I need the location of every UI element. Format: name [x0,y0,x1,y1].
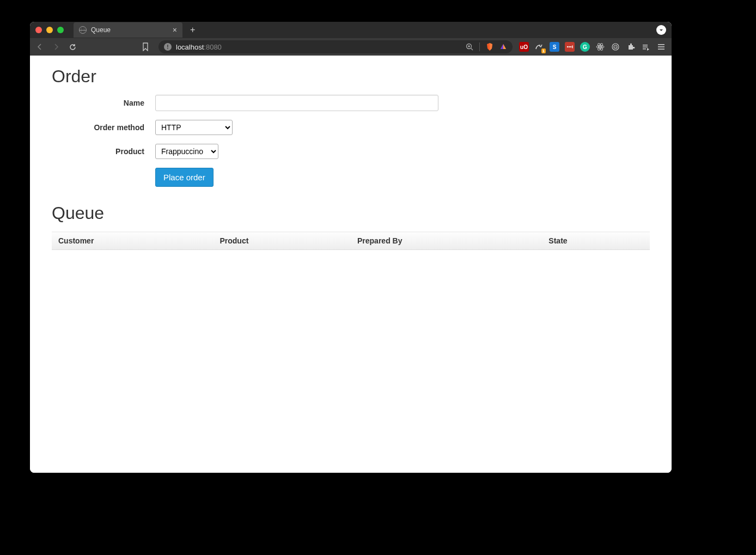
new-tab-button[interactable]: + [190,25,195,35]
url-host: localhost [176,43,204,51]
window-maximize-button[interactable] [57,27,64,33]
extensions-puzzle-icon[interactable] [626,42,636,52]
browser-tab[interactable]: Queue × [74,22,182,38]
extension-honey-icon[interactable]: 1 [534,42,544,52]
order-method-select[interactable]: HTTP [155,120,233,135]
browser-toolbar: ! localhost:8080 uO 1 [30,38,672,56]
svg-point-14 [615,46,616,47]
col-state: State [542,232,650,250]
product-select[interactable]: Frappuccino [155,144,218,159]
site-info-icon[interactable]: ! [164,43,172,51]
col-product: Product [213,232,351,250]
queue-heading: Queue [52,203,650,223]
col-customer: Customer [52,232,213,250]
extension-badge: 1 [541,48,546,53]
order-method-label: Order method [52,123,155,132]
extension-target-icon[interactable] [611,42,620,52]
svg-rect-16 [643,47,648,48]
svg-point-5 [569,46,570,47]
svg-point-6 [570,46,571,47]
svg-point-4 [567,46,568,47]
place-order-button[interactable]: Place order [155,168,214,187]
extension-sapling-icon[interactable]: S [550,42,559,52]
product-label: Product [52,147,155,156]
page-content: Order Name Order method HTTP Product Fra… [30,56,672,473]
name-label: Name [52,99,155,107]
svg-rect-7 [572,46,572,48]
url-port: :8080 [204,43,222,51]
table-header-row: Customer Product Prepared By State [52,232,650,250]
name-input[interactable] [155,95,438,111]
tab-close-button[interactable]: × [173,26,177,34]
order-heading: Order [52,66,650,87]
svg-rect-17 [643,48,646,50]
zoom-icon[interactable] [466,43,474,51]
extension-lastpass-icon[interactable] [565,42,575,52]
browser-window: Queue × + ! [30,22,672,473]
window-controls [35,27,64,33]
nav-back-button[interactable] [35,42,44,51]
order-form: Name Order method HTTP Product Frappucci… [52,95,650,187]
globe-icon [79,26,87,34]
window-minimize-button[interactable] [46,27,53,33]
browser-menu-icon[interactable] [656,42,666,52]
col-prepared-by: Prepared By [351,232,542,250]
svg-rect-19 [658,46,664,47]
extension-react-devtools-icon[interactable] [595,42,605,52]
bookmark-icon[interactable] [141,42,150,51]
svg-point-8 [599,46,601,47]
svg-line-1 [471,48,473,50]
queue-table: Customer Product Prepared By State [52,231,650,250]
nav-reload-button[interactable] [68,42,77,51]
window-close-button[interactable] [35,27,42,33]
extensions-bar: uO 1 S G [519,42,666,52]
brave-shields-icon[interactable] [485,42,494,51]
extension-grammarly-icon[interactable]: G [580,42,590,52]
browser-profile-menu[interactable] [656,25,666,35]
svg-rect-18 [658,44,664,45]
media-control-icon[interactable] [641,42,651,52]
browser-titlebar: Queue × + [30,22,672,38]
svg-rect-15 [643,45,648,46]
svg-rect-20 [658,48,664,50]
tab-title: Queue [91,26,111,34]
address-bar[interactable]: ! localhost:8080 [158,40,513,53]
nav-forward-button[interactable] [52,42,60,51]
extension-ublock-icon[interactable]: uO [519,42,529,52]
brave-rewards-icon[interactable] [499,43,507,51]
separator [479,42,480,51]
